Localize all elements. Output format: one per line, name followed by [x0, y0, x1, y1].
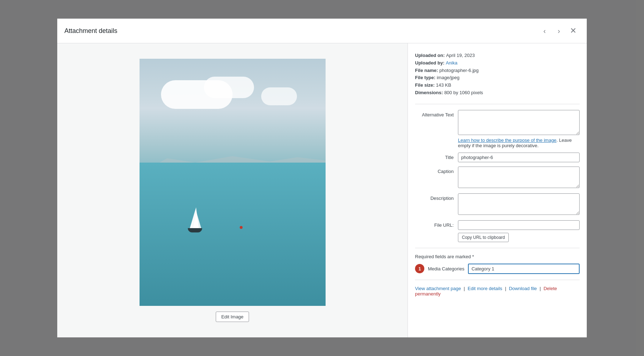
- file-url-row: File URL: Copy URL to clipboard: [415, 220, 580, 242]
- alt-text-row: Alternative Text Learn how to describe t…: [415, 110, 580, 148]
- file-size-label: File size:: [415, 82, 436, 88]
- caption-input[interactable]: [458, 167, 580, 188]
- media-categories-label: Media Categories: [428, 266, 464, 271]
- title-row: Title: [415, 153, 580, 162]
- sail2-decoration: [193, 211, 201, 229]
- file-name-value: photographer-6.jpg: [439, 68, 479, 73]
- file-url-label: File URL:: [415, 220, 458, 228]
- edit-more-details-link[interactable]: Edit more details: [468, 286, 502, 291]
- caption-field: [458, 167, 580, 189]
- dimensions-label: Dimensions:: [415, 90, 444, 95]
- dimensions-row: Dimensions: 800 by 1060 pixels: [415, 89, 580, 97]
- alt-text-input[interactable]: [458, 110, 580, 135]
- description-row: Description: [415, 193, 580, 216]
- file-type-label: File type:: [415, 75, 437, 80]
- file-type-row: File type: image/jpeg: [415, 74, 580, 82]
- attachment-links: View attachment page | Edit more details…: [415, 286, 580, 297]
- title-label: Title: [415, 153, 458, 160]
- uploaded-on-label: Uploaded on:: [415, 53, 446, 58]
- modal-nav: ‹ › ✕: [538, 24, 580, 37]
- cloud-decoration: [261, 87, 297, 105]
- uploaded-by-link[interactable]: Anika: [446, 60, 458, 66]
- dimensions-value: 800 by 1060 pixels: [444, 90, 483, 95]
- download-file-link[interactable]: Download file: [509, 286, 537, 291]
- sailboat-decoration: [186, 206, 204, 234]
- caption-row: Caption: [415, 167, 580, 189]
- chevron-left-icon: ‹: [543, 27, 546, 35]
- alt-text-label: Alternative Text: [415, 110, 458, 117]
- alt-text-field: Learn how to describe the purpose of the…: [458, 110, 580, 148]
- separator3: |: [540, 286, 542, 291]
- hull-decoration: [188, 228, 202, 232]
- file-url-input: [458, 220, 580, 230]
- image-panel: Edit Image: [57, 43, 408, 337]
- separator2: |: [505, 286, 507, 291]
- caption-label: Caption: [415, 167, 458, 174]
- next-button[interactable]: ›: [552, 24, 565, 37]
- file-type-value: image/jpeg: [437, 75, 460, 80]
- alt-text-help: Learn how to describe the purpose of the…: [458, 138, 580, 148]
- description-label: Description: [415, 193, 458, 201]
- uploaded-by-row: Uploaded by: Anika: [415, 59, 580, 67]
- title-input[interactable]: [458, 153, 580, 162]
- alt-text-help-link[interactable]: Learn how to describe the purpose of the…: [458, 138, 556, 143]
- file-info-section: Uploaded on: April 19, 2023 Uploaded by:…: [415, 52, 580, 97]
- uploaded-by-label: Uploaded by:: [415, 60, 446, 66]
- view-attachment-link[interactable]: View attachment page: [415, 286, 461, 291]
- image-container: Edit Image: [140, 59, 326, 322]
- form-section: Alternative Text Learn how to describe t…: [415, 110, 580, 242]
- title-field: [458, 153, 580, 162]
- divider3: [415, 280, 580, 280]
- details-panel: Uploaded on: April 19, 2023 Uploaded by:…: [408, 43, 587, 337]
- uploaded-on-value: April 19, 2023: [446, 53, 475, 58]
- file-size-value: 143 KB: [436, 82, 452, 88]
- separator1: |: [464, 286, 466, 291]
- media-categories-row: 1 Media Categories: [415, 264, 580, 274]
- file-name-label: File name:: [415, 68, 439, 73]
- edit-image-button[interactable]: Edit Image: [216, 312, 249, 322]
- modal-body: Edit Image Uploaded on: April 19, 2023 U…: [57, 43, 587, 337]
- media-categories-input[interactable]: [468, 264, 580, 274]
- file-size-row: File size: 143 KB: [415, 82, 580, 89]
- close-icon: ✕: [570, 26, 576, 35]
- divider: [415, 104, 580, 104]
- description-field: [458, 193, 580, 216]
- chevron-right-icon: ›: [558, 27, 560, 35]
- modal-overlay: Attachment details ‹ › ✕: [0, 0, 644, 356]
- buoy-decoration: [240, 226, 243, 229]
- attachment-details-modal: Attachment details ‹ › ✕: [57, 19, 587, 337]
- prev-button[interactable]: ‹: [538, 24, 551, 37]
- close-button[interactable]: ✕: [567, 24, 580, 37]
- uploaded-on-row: Uploaded on: April 19, 2023: [415, 52, 580, 59]
- media-categories-badge: 1: [415, 264, 424, 273]
- file-url-field: Copy URL to clipboard: [458, 220, 580, 242]
- modal-title: Attachment details: [64, 27, 117, 35]
- modal-header: Attachment details ‹ › ✕: [57, 19, 587, 43]
- description-input[interactable]: [458, 193, 580, 215]
- water-decoration: [140, 163, 326, 306]
- required-note: Required fields are marked *: [415, 254, 580, 259]
- divider2: [415, 248, 580, 248]
- copy-url-button[interactable]: Copy URL to clipboard: [458, 233, 509, 242]
- cloud-decoration: [204, 77, 254, 98]
- image-preview: [140, 59, 326, 306]
- file-name-row: File name: photographer-6.jpg: [415, 67, 580, 74]
